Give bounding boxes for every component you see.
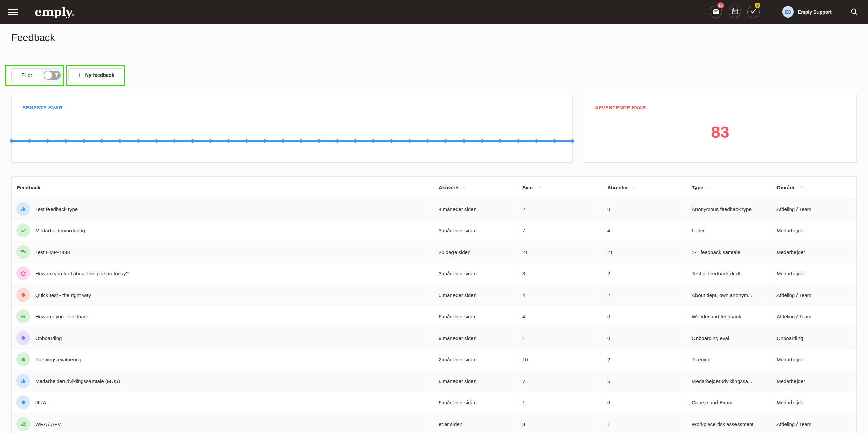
sparkline-point [553,139,556,143]
divider [26,0,26,24]
omraade-cell: Afdeling / Team [771,413,856,433]
sparkline-point [155,139,158,143]
chat-icon [16,245,30,259]
sparkline-point [209,139,212,143]
column-header-type[interactable]: Type [686,177,771,198]
table-row[interactable]: How do you feel about this person today?… [12,263,856,284]
table-row[interactable]: How are you - feedback6 måneder siden40W… [12,306,856,327]
omraade-cell: Afdeling / Team [771,306,856,327]
afventer-cell: 2 [602,284,686,306]
emply-logo[interactable]: emply. [35,0,75,24]
sort-caret-icon[interactable] [632,186,635,190]
grad-cap-icon [16,288,30,302]
thumbs-up-icon [16,202,30,216]
mail-badge: 28 [717,2,724,8]
logo-dot: . [71,5,75,19]
user-avatar[interactable]: ES [782,6,794,18]
afventer-cell: 21 [602,241,686,263]
feedback-name: Trænings evaluering [35,356,81,362]
feedback-name: WRA / APV [35,421,61,427]
user-name[interactable]: Emply Support [798,0,832,24]
sparkline-point [408,139,411,143]
sparkline-point [499,139,502,143]
type-cell: Leder [686,220,771,241]
omraade-cell: Medarbejder [771,370,856,392]
feedback-name-cell: How do you feel about this person today? [12,263,433,284]
omraade-cell: Medarbejder [771,241,856,263]
filter-toggle[interactable] [42,69,62,82]
table-row[interactable]: Quick test - the right way5 måneder side… [12,284,856,306]
table-row[interactable]: WRA / APVet år siden31Workplace risk ass… [12,413,856,433]
hamburger-menu-icon[interactable] [8,9,18,15]
feedback-name: JIRA [35,399,46,405]
type-cell: Test of feedback draft [686,263,771,284]
seneste-svar-sparkline [12,139,572,143]
filter-label: Filter [12,69,42,82]
feedback-name: How do you feel about this person today? [35,270,129,276]
search-icon[interactable] [851,8,859,16]
omraade-cell: Onboarding [771,327,856,349]
sparkline-point [281,139,284,143]
svar-cell: 21 [517,241,602,263]
afventer-cell: 2 [602,349,686,370]
sparkline-point [462,139,465,143]
sort-caret-icon[interactable] [463,186,466,190]
sparkline-point [173,139,176,143]
omraade-cell: Medarbejder [771,349,856,370]
tasks-badge: 8 [755,3,760,8]
sort-caret-icon[interactable] [800,186,803,190]
aktivitet-cell: 3 måneder siden [433,263,517,284]
omraade-cell: Afdeling / Team [771,284,856,306]
table-row[interactable]: Medarbejdervurdering3 måneder siden74Led… [12,220,856,241]
new-feedback-button[interactable]: + Ny feedback [68,68,123,82]
table-row[interactable]: Test feedback type4 måneder siden20Anony… [12,198,856,220]
buildings-icon [16,417,30,431]
feedback-name-cell: How are you - feedback [12,306,433,327]
table-row[interactable]: Medarbejderudviklingssamtale (MUS)6 måne… [12,370,856,392]
table-row[interactable]: Onboarding9 måneder siden10Onboarding ev… [12,327,856,349]
column-header-omraade[interactable]: Område [771,177,856,198]
aktivitet-cell: 5 måneder siden [433,284,517,306]
aktivitet-cell: 3 måneder siden [433,220,517,241]
column-header-afventer[interactable]: Afventer [602,177,686,198]
filter-control[interactable]: Filter [11,68,62,82]
aktivitet-cell: 6 måneder siden [433,306,517,327]
table-header-row: Feedback Aktivitet Svar Afventer Type Om… [12,177,856,198]
feedback-table: Feedback Aktivitet Svar Afventer Type Om… [11,176,857,433]
type-cell: Course and Exam [686,392,771,413]
afventende-svar-title: AFVENTENDE SVAR [595,105,646,110]
feedback-name: How are you - feedback [35,313,89,319]
afventer-cell: 0 [602,392,686,413]
calendar-icon [732,8,738,16]
sort-caret-icon[interactable] [537,186,541,190]
column-header-feedback[interactable]: Feedback [12,177,433,198]
feedback-name-cell: WRA / APV [12,413,433,433]
svar-cell: 3 [517,413,602,433]
feedback-name-cell: Quick test - the right way [12,284,433,306]
aktivitet-cell: 20 dage siden [433,241,517,263]
sort-caret-icon[interactable] [707,186,711,190]
column-header-svar[interactable]: Svar [517,177,602,198]
sparkline-point [46,139,49,143]
afventende-svar-value: 83 [584,123,856,142]
svar-cell: 10 [517,349,602,370]
sparkline-point [119,139,122,143]
sparkline-point [336,139,339,143]
sparkline-point [517,139,520,143]
toggle-knob[interactable] [44,71,52,79]
plus-icon: + [77,71,81,79]
seneste-svar-card: SENESTE SVAR [11,94,573,163]
quotes-icon [16,309,30,323]
feedback-name: Quick test - the right way [35,292,91,298]
calendar-button[interactable] [729,6,741,18]
omraade-cell: Medarbejder [771,263,856,284]
table-row[interactable]: JIRA6 måneder siden10Course and ExamMeda… [12,392,856,413]
column-header-aktivitet[interactable]: Aktivitet [433,177,517,198]
type-cell: Workplace risk assessment [686,413,771,433]
afventer-cell: 0 [602,198,686,220]
sparkline-point [82,139,85,143]
table-row[interactable]: Test EMP-143320 dage siden21211-1 feedba… [12,241,856,263]
sparkline-point [481,139,484,143]
table-row[interactable]: Trænings evaluering2 måneder siden102Træ… [12,349,856,370]
sparkline-point [245,139,248,143]
